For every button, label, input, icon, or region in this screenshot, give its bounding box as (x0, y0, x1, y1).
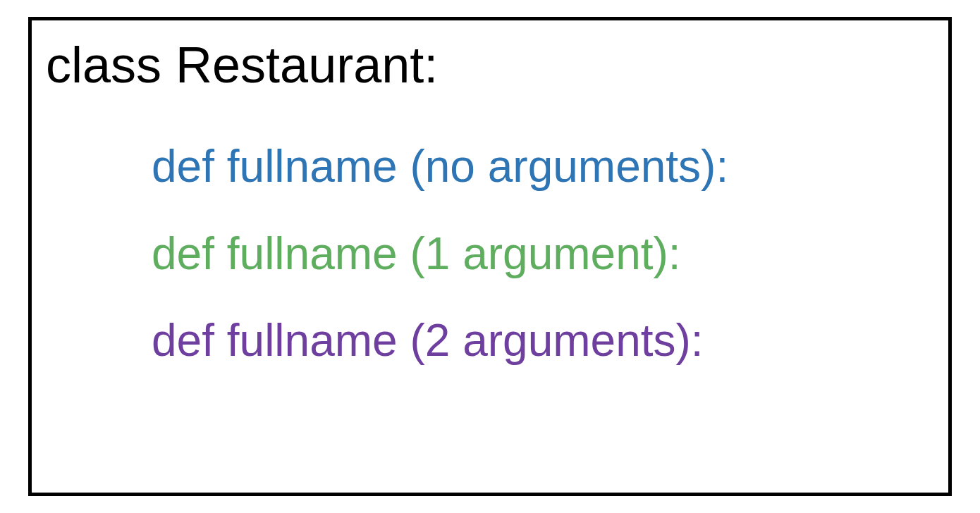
method-def-no-args: def fullname (no arguments): (46, 137, 934, 196)
class-header: class Restaurant: (46, 35, 934, 95)
code-box: class Restaurant: def fullname (no argum… (28, 17, 952, 496)
method-def-one-arg: def fullname (1 argument): (46, 225, 934, 283)
method-def-two-args: def fullname (2 arguments): (46, 311, 934, 370)
